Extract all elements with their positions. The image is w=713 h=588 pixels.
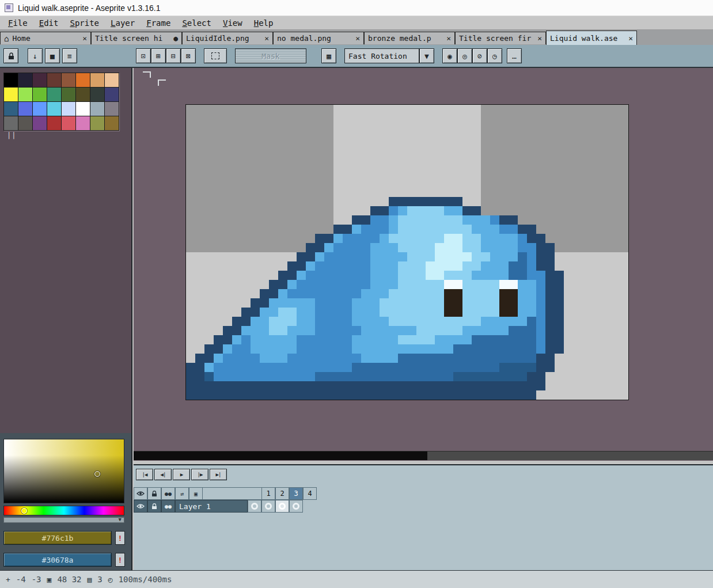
cel-frame-3-active[interactable]	[275, 500, 289, 513]
palette-swatch-14[interactable]	[90, 88, 104, 101]
marquee-button[interactable]	[204, 48, 227, 63]
next-frame-button[interactable]: |▶	[191, 469, 208, 480]
palette-swatch-17[interactable]	[18, 102, 32, 116]
palette-presets-button[interactable]: ■	[45, 48, 60, 63]
hue-bar[interactable]	[3, 506, 124, 515]
tab-close-icon[interactable]: ×	[355, 34, 360, 43]
mask-button[interactable]: Mask	[235, 48, 306, 63]
palette-swatch-9[interactable]	[18, 88, 32, 101]
frame-header-4[interactable]: 4	[303, 487, 317, 500]
rotate-button[interactable]: ◉	[442, 48, 457, 63]
menu-edit[interactable]: Edit	[33, 17, 65, 29]
selection-intersect-button[interactable]: ⊠	[181, 48, 196, 63]
background-warning-button[interactable]: !	[115, 553, 125, 567]
menu-help[interactable]: Help	[248, 17, 279, 29]
picker-resize-strip[interactable]: ▼	[3, 517, 124, 523]
tab-title-screen-fir[interactable]: Title screen fir ×	[455, 32, 546, 44]
menu-select[interactable]: Select	[176, 17, 217, 29]
palette-swatch-13[interactable]	[76, 88, 90, 101]
frame-header-1[interactable]: 1	[261, 487, 275, 500]
horizontal-scrollbar-thumb[interactable]	[134, 452, 427, 460]
palette-swatch-22[interactable]	[90, 102, 104, 116]
layer-visibility-toggle[interactable]	[134, 500, 147, 513]
layer-name[interactable]: Layer 1	[175, 500, 248, 513]
palette-swatch-18[interactable]	[33, 102, 47, 116]
timeline-config-header[interactable]: ⇄	[175, 487, 189, 500]
layer-lock-toggle[interactable]	[147, 500, 161, 513]
palette-swatch-3[interactable]	[47, 73, 61, 87]
play-button[interactable]: ▶	[173, 469, 190, 480]
palette-swatch-16[interactable]	[4, 102, 18, 116]
tab-liquid-walk-active[interactable]: Liquid walk.ase ×	[546, 31, 637, 45]
timeline-expand-header[interactable]: ▣	[189, 487, 203, 500]
palette-swatch-10[interactable]	[33, 88, 47, 101]
palette-swatch-8[interactable]	[4, 88, 18, 101]
palette-swatch-5[interactable]	[76, 73, 90, 87]
palette-swatch-25[interactable]	[18, 116, 32, 130]
menu-file[interactable]: File	[2, 17, 33, 29]
rotation-algorithm-dropdown[interactable]: Fast Rotation ▼	[344, 48, 434, 63]
foreground-color-button[interactable]: #776c1b	[3, 531, 112, 545]
palette-swatch-4[interactable]	[62, 73, 75, 87]
toggle-visibility-header[interactable]	[134, 487, 147, 500]
selection-replace-button[interactable]: ⊡	[136, 48, 151, 63]
timer-button[interactable]: ◷	[487, 48, 502, 63]
menu-sprite[interactable]: Sprite	[64, 17, 105, 29]
no-rotation-button[interactable]: ⊘	[472, 48, 487, 63]
palette-sort-button[interactable]: ↓	[28, 48, 43, 63]
menu-view[interactable]: View	[217, 17, 248, 29]
palette-swatch-20[interactable]	[62, 102, 75, 116]
palette-swatch-7[interactable]	[105, 73, 119, 87]
horizontal-scrollbar[interactable]	[134, 451, 713, 460]
toggle-lock-header[interactable]	[147, 487, 161, 500]
frame-header-3-selected[interactable]: 3	[289, 487, 303, 500]
palette-swatch-12[interactable]	[62, 88, 75, 101]
menu-layer[interactable]: Layer	[105, 17, 141, 29]
tab-close-icon[interactable]: ×	[82, 34, 87, 43]
selection-add-button[interactable]: ⊞	[151, 48, 166, 63]
pivot-button[interactable]: ◎	[457, 48, 472, 63]
sprite-canvas[interactable]	[186, 105, 628, 400]
palette-swatch-1[interactable]	[18, 73, 32, 87]
dropdown-arrow-button[interactable]: ▼	[419, 48, 434, 63]
cel-frame-1[interactable]	[248, 500, 261, 513]
hue-marker[interactable]	[21, 508, 27, 514]
palette-swatch-26[interactable]	[33, 116, 47, 130]
tab-title-screen-hi[interactable]: Title screen hi ●	[91, 32, 182, 44]
palette-swatch-19[interactable]	[47, 102, 61, 116]
palette-swatch-11[interactable]	[47, 88, 61, 101]
go-last-frame-button[interactable]: ▶|	[210, 469, 227, 480]
palette-swatch-0[interactable]	[4, 73, 18, 87]
palette-swatch-31[interactable]	[105, 116, 119, 130]
background-color-button[interactable]: #30678a	[3, 553, 112, 567]
palette-swatch-6[interactable]	[90, 73, 104, 87]
palette-swatch-24[interactable]	[4, 116, 18, 130]
menu-frame[interactable]: Frame	[141, 17, 176, 29]
layer-continuous-toggle[interactable]: ●●	[161, 500, 175, 513]
tab-no-medal-png[interactable]: no medal.png ×	[273, 32, 364, 44]
tab-liquididle-png[interactable]: LiquidIdle.png ×	[182, 32, 273, 44]
cel-frame-2[interactable]	[261, 500, 275, 513]
tab-close-icon[interactable]: ×	[537, 34, 542, 43]
palette-swatch-28[interactable]	[62, 116, 75, 130]
more-options-button[interactable]: …	[507, 48, 522, 63]
onion-skin-header[interactable]: ●●	[161, 487, 175, 500]
foreground-warning-button[interactable]: !	[115, 531, 125, 545]
tab-modified-icon[interactable]: ●	[173, 34, 178, 43]
tab-close-icon[interactable]: ×	[628, 34, 633, 43]
palette-lock-button[interactable]	[3, 48, 18, 63]
palette-swatch-23[interactable]	[105, 102, 119, 116]
go-first-frame-button[interactable]: |◀	[136, 469, 153, 480]
previous-frame-button[interactable]: ◀|	[154, 469, 172, 480]
palette-swatch-27[interactable]	[47, 116, 61, 130]
tab-close-icon[interactable]: ×	[446, 34, 451, 43]
tab-home[interactable]: ⌂ Home ×	[0, 32, 91, 44]
frame-header-2[interactable]: 2	[275, 487, 289, 500]
palette-swatch-21[interactable]	[76, 102, 90, 116]
sv-marker[interactable]	[94, 471, 100, 477]
palette-swatch-30[interactable]	[90, 116, 104, 130]
canvas-viewport[interactable]	[134, 68, 713, 461]
tab-bronze-medal[interactable]: bronze medal.p ×	[364, 32, 455, 44]
tab-close-icon[interactable]: ×	[264, 34, 269, 43]
cel-frame-4[interactable]	[289, 500, 303, 513]
